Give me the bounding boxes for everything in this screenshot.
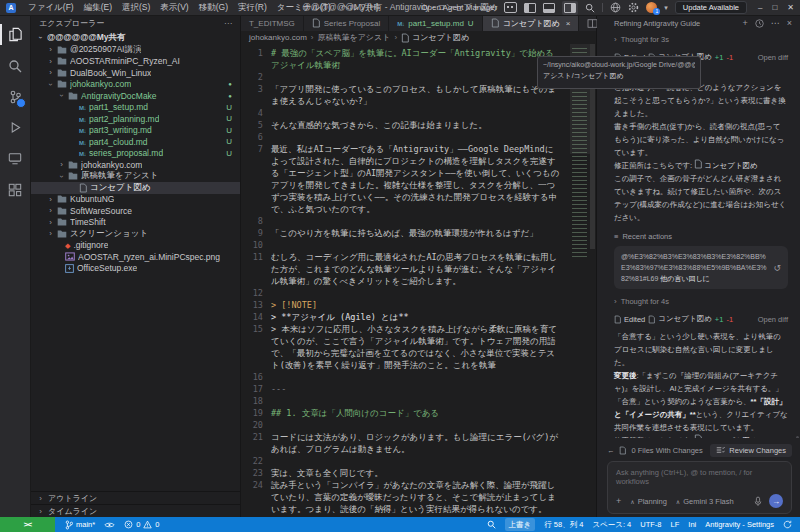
editor-line[interactable]: 1# 最強の「スペア脳」を執筆に。AIコーダー「Antigravity」で始める… — [241, 47, 570, 71]
indentation-status[interactable]: スペース: 4 — [592, 520, 631, 530]
menu-item-1[interactable]: 編集(E) — [79, 0, 117, 15]
new-chat-icon[interactable]: + — [742, 18, 747, 28]
eol-status[interactable]: LF — [671, 520, 680, 529]
remote-explorer-icon[interactable] — [0, 143, 30, 174]
visibility-toggle[interactable] — [104, 521, 115, 529]
search-status-item[interactable] — [487, 520, 496, 529]
agent-manager-icon[interactable] — [504, 2, 517, 13]
tree-item[interactable]: ›TimeShift — [31, 217, 240, 229]
tree-item[interactable]: ›原稿執筆をアシスト — [31, 171, 240, 183]
toggle-left-panel-icon[interactable] — [524, 3, 536, 13]
explorer-icon[interactable] — [0, 19, 30, 50]
tree-item[interactable]: ›DualBook_Win_Linux — [31, 67, 240, 79]
tree-item[interactable]: AOOSTAR_ryzen_ai.MiniPCspec.png — [31, 251, 240, 263]
tree-item[interactable]: ›AOOSTARminiPC_Ryzen_AI — [31, 56, 240, 68]
tree-item[interactable]: ›KubuntuNG — [31, 194, 240, 206]
menu-item-6[interactable]: ターミナル(T) — [272, 0, 336, 15]
editor-line[interactable]: 15> 本来はソフに応用し、小さなタスクを積み上げながら柔軟に原稿を育てていくの… — [241, 323, 570, 371]
tree-item[interactable]: M↓part4_cloud.mdU — [31, 136, 240, 148]
tree-item[interactable]: M↓part3_writing.mdU — [31, 125, 240, 137]
editor-line[interactable]: 4 — [241, 107, 570, 119]
tree-item[interactable]: ◆.gitignore — [31, 240, 240, 252]
editor-line[interactable]: 9「このやり方を執筆に持ち込めば、最強の執筆環境が作れるはずだ」 — [241, 227, 570, 239]
tree-item[interactable]: M↓part2_planning.mdU — [31, 113, 240, 125]
undo-icon[interactable]: ↺ — [773, 263, 781, 273]
editor-line[interactable]: 13> [!NOTE] — [241, 299, 570, 311]
tree-item[interactable]: M↓part1_setup.mdU — [31, 102, 240, 114]
editor-line[interactable]: 8 — [241, 215, 570, 227]
menu-item-5[interactable]: 実行(R) — [233, 0, 272, 15]
editor-line[interactable]: 11むしろ、コーディング用に最適化されたAIの思考プロセスを執筆に転用した方が、… — [241, 251, 570, 287]
settings-status[interactable]: Antigravity - Settings — [705, 520, 774, 529]
thought-row[interactable]: › Thought for 4s — [614, 295, 788, 308]
code-area[interactable]: 1# 最強の「スペア脳」を執筆に。AIコーダー「Antigravity」で始める… — [241, 44, 570, 517]
editor-line[interactable]: 3「アプリ開発に使っているこのプロセス、もしかして原稿執筆にもそのまま使えるんじ… — [241, 83, 570, 107]
cursor-position[interactable]: 行 58、列 4 — [544, 520, 583, 530]
maximize-button[interactable]: □ — [772, 3, 777, 12]
outline-section[interactable]: › アウトライン — [31, 491, 240, 504]
timeline-section[interactable]: › タイムライン — [31, 504, 240, 517]
toggle-right-panel-icon[interactable] — [562, 1, 578, 15]
send-button[interactable]: → — [769, 494, 783, 508]
account-avatar[interactable]: 1 — [646, 2, 657, 13]
editor-line[interactable]: 24読み手という「コンパイラ」があなたの文章を読み解く際、論理が飛躍していたり、… — [241, 479, 570, 515]
close-button[interactable]: ✕ — [787, 3, 794, 12]
encoding-status[interactable]: UTF-8 — [640, 520, 661, 529]
review-changes-button[interactable]: Review Changes — [710, 444, 792, 457]
language-mode[interactable]: Ini — [688, 520, 696, 529]
editor-line[interactable]: 22 — [241, 455, 570, 467]
breadcrumb-item[interactable]: コンセプト図め — [401, 32, 469, 43]
tab-T_EDITMSG[interactable]: T_EDITMSG — [241, 15, 304, 31]
close-icon[interactable]: × — [566, 19, 571, 28]
recent-action-chip[interactable]: @%E3%82%B3%E3%83%B3%E3%82%BB%E3%83%97%E3… — [614, 246, 788, 289]
menu-item-2[interactable]: 選択(S) — [117, 0, 155, 15]
remote-indicator[interactable]: >< — [0, 517, 55, 532]
open-diff-link[interactable]: Open diff — [758, 315, 788, 324]
panel-close-icon[interactable]: × — [787, 18, 792, 28]
explorer-more-icon[interactable]: ⋯ — [224, 19, 232, 28]
tree-item[interactable]: ›johokankyo.com● — [31, 79, 240, 91]
add-context-button[interactable]: + — [616, 496, 621, 506]
tree-item[interactable]: M↓series_proposal.mdU — [31, 148, 240, 160]
inline-file-link[interactable]: コンセプト図め — [694, 436, 758, 438]
extensions-icon[interactable] — [0, 174, 30, 205]
menu-item-7[interactable]: ヘルプ(H) — [336, 0, 384, 15]
search-sidebar-icon[interactable] — [0, 50, 30, 81]
editor-line[interactable]: 23実は、文章も全く同じです。 — [241, 467, 570, 479]
agent-input[interactable]: Ask anything (Ctrl+L), @ to mention, / f… — [607, 461, 792, 514]
tree-item[interactable]: ›@20250907AI講演 — [31, 44, 240, 56]
editor[interactable]: 1# 最強の「スペア脳」を執筆に。AIコーダー「Antigravity」で始める… — [241, 44, 596, 517]
editor-scrollbar[interactable] — [590, 44, 596, 517]
source-control-icon[interactable] — [0, 81, 30, 112]
problems-status[interactable]: 0 0 — [124, 520, 159, 529]
breadcrumb-item[interactable]: johokankyo.com — [249, 33, 307, 42]
edited-file-row[interactable]: Edited コンセプト図め +1 -1 Open diff — [614, 312, 788, 326]
planning-mode-selector[interactable]: ∧ Planning — [630, 497, 667, 506]
chevron-down-icon[interactable]: ▾ — [664, 4, 668, 12]
back-icon[interactable]: ← — [607, 446, 615, 455]
git-branch-status[interactable]: main* — [65, 520, 95, 530]
update-available-button[interactable]: Update Available — [675, 1, 747, 14]
inline-file-link[interactable]: コンセプト図め — [694, 161, 758, 170]
minimize-button[interactable]: – — [758, 3, 762, 12]
globe-icon[interactable] — [610, 2, 621, 13]
toggle-bottom-panel-icon[interactable] — [543, 3, 555, 13]
workspace-root[interactable]: › @@@@@@My共有 — [31, 31, 240, 44]
editor-line[interactable]: 12 — [241, 287, 570, 299]
editor-line[interactable]: 6 — [241, 131, 570, 143]
model-selector[interactable]: ∧ Gemini 3 Flash — [676, 497, 734, 506]
panel-scrollbar[interactable] — [796, 436, 799, 438]
sync-icon[interactable] — [783, 520, 792, 529]
tab-Series Proposal[interactable]: Series Proposal — [304, 15, 389, 31]
tree-item[interactable]: ›スクリーンショット — [31, 228, 240, 240]
menu-item-3[interactable]: 表示(V) — [155, 0, 193, 15]
mic-icon[interactable] — [754, 496, 762, 507]
gear-icon[interactable] — [628, 2, 639, 13]
editor-line[interactable]: 20 — [241, 419, 570, 431]
editor-line[interactable]: 19## 1. 文章は「人間向けのコード」である — [241, 407, 570, 419]
panel-more-icon[interactable]: ⋯ — [771, 18, 780, 28]
overwrite-indicator[interactable]: 上書き — [505, 518, 536, 531]
open-diff-link[interactable]: Open diff — [758, 53, 788, 62]
editor-line[interactable]: 2 — [241, 71, 570, 83]
minimap[interactable] — [570, 44, 590, 517]
